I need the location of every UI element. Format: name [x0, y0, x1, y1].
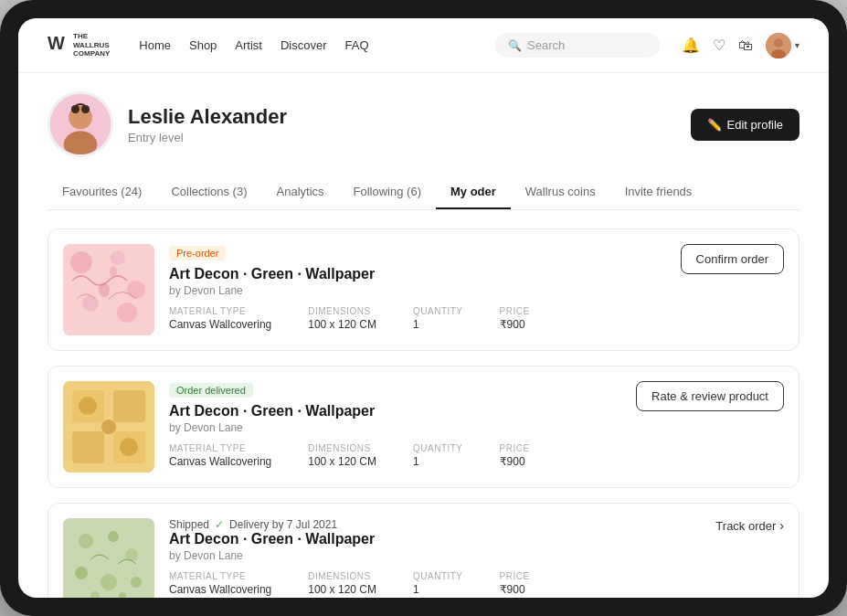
- spec-material-label-2: MATERIAL TYPE: [169, 443, 271, 453]
- order-details-1: Pre-order Art Decon · Green · Wallpaper …: [169, 244, 666, 331]
- tablet-frame: W THEWALLRUSCOMPANY Home Shop Artist Dis…: [0, 0, 847, 616]
- pattern-pink: [63, 244, 154, 335]
- order-title-1: Art Decon · Green · Wallpaper: [169, 266, 666, 282]
- main-content: Leslie Alexander Entry level ✏️ Edit pro…: [18, 73, 829, 598]
- pattern-gold: [63, 381, 154, 473]
- spec-quantity-value-3: 1: [413, 583, 463, 596]
- spec-price-value-3: ₹900: [500, 583, 530, 596]
- tab-invite[interactable]: Invite friends: [610, 175, 707, 209]
- user-menu[interactable]: ▾: [766, 33, 799, 58]
- rate-review-button[interactable]: Rate & review product: [636, 381, 784, 411]
- svg-point-26: [79, 534, 93, 548]
- edit-icon: ✏️: [707, 118, 722, 132]
- spec-price-label-1: PRICE: [500, 306, 530, 316]
- spec-quantity-1: QUANTITY 1: [413, 306, 463, 331]
- spec-quantity-label-2: QUANTITY: [413, 443, 463, 453]
- order-details-3: Shipped ✓ Delivery by 7 Jul 2021 Art Dec…: [169, 518, 701, 596]
- notification-icon[interactable]: 🔔: [682, 37, 700, 54]
- order-image-1: [63, 244, 154, 335]
- logo[interactable]: W THEWALLRUSCOMPANY: [48, 32, 110, 58]
- tab-following[interactable]: Following (6): [339, 175, 436, 209]
- order-action-3: Track order ›: [715, 518, 784, 533]
- spec-price-label-2: PRICE: [500, 443, 530, 453]
- spec-quantity-label-1: QUANTITY: [413, 306, 463, 316]
- edit-profile-button[interactable]: ✏️ Edit profile: [691, 109, 799, 141]
- chevron-right-icon: ›: [779, 518, 784, 533]
- nav-faq[interactable]: FAQ: [345, 38, 369, 52]
- spec-dimensions-value-2: 100 x 120 CM: [308, 455, 376, 468]
- spec-dimensions-value-1: 100 x 120 CM: [308, 318, 376, 331]
- svg-point-30: [101, 574, 117, 590]
- delivery-label: Delivery by 7 Jul 2021: [229, 518, 337, 531]
- avatar: [766, 33, 791, 58]
- svg-point-12: [127, 281, 145, 299]
- spec-price-value-1: ₹900: [500, 318, 530, 331]
- svg-point-15: [99, 282, 110, 297]
- spec-dimensions-label-3: DIMENSIONS: [308, 571, 376, 581]
- wishlist-icon[interactable]: ♡: [713, 37, 725, 54]
- tab-favourites[interactable]: Favourites (24): [48, 175, 156, 209]
- svg-point-16: [110, 266, 117, 277]
- spec-quantity-2: QUANTITY 1: [413, 443, 463, 468]
- spec-material-value-1: Canvas Wallcovering: [169, 318, 271, 331]
- chevron-down-icon: ▾: [795, 40, 799, 50]
- spec-dimensions-value-3: 100 x 120 CM: [308, 583, 376, 596]
- svg-point-14: [117, 303, 137, 323]
- spec-material-2: MATERIAL TYPE Canvas Wallcovering: [169, 443, 271, 468]
- svg-rect-19: [113, 390, 145, 422]
- nav-home[interactable]: Home: [139, 38, 171, 52]
- svg-point-24: [101, 420, 116, 434]
- spec-material-label-1: MATERIAL TYPE: [169, 306, 271, 316]
- track-order-button[interactable]: Track order ›: [715, 518, 784, 533]
- search-icon: 🔍: [508, 39, 522, 52]
- tab-collections[interactable]: Collections (3): [156, 175, 261, 209]
- search-input[interactable]: Search: [527, 38, 565, 52]
- spec-dimensions-label-1: DIMENSIONS: [308, 306, 376, 316]
- spec-material-label-3: MATERIAL TYPE: [169, 571, 271, 581]
- order-card-2: Order delivered Art Decon · Green · Wall…: [48, 366, 799, 488]
- tab-wallrus-coins[interactable]: Wallrus coins: [511, 175, 610, 209]
- nav-shop[interactable]: Shop: [189, 38, 217, 52]
- svg-point-22: [79, 397, 97, 415]
- pattern-green: [63, 518, 154, 598]
- spec-dimensions-label-2: DIMENSIONS: [308, 443, 376, 453]
- svg-point-2: [774, 38, 783, 48]
- order-badge-1: Pre-order: [169, 246, 226, 260]
- order-image-2: [63, 381, 154, 473]
- confirm-order-button[interactable]: Confirm order: [681, 244, 784, 274]
- svg-text:W: W: [48, 33, 65, 53]
- order-image-3: [63, 518, 154, 598]
- spec-price-1: PRICE ₹900: [500, 306, 530, 331]
- order-author-2: by Devon Lane: [169, 421, 621, 434]
- tab-analytics[interactable]: Analytics: [262, 175, 339, 209]
- nav-icons: 🔔 ♡ 🛍 ▾: [682, 33, 799, 58]
- order-badge-2: Order delivered: [169, 383, 253, 398]
- order-card-1: Pre-order Art Decon · Green · Wallpaper …: [48, 228, 799, 351]
- spec-dimensions-2: DIMENSIONS 100 x 120 CM: [308, 443, 376, 468]
- spec-quantity-value-2: 1: [413, 455, 463, 468]
- search-bar[interactable]: 🔍 Search: [495, 33, 660, 58]
- spec-price-3: PRICE ₹900: [500, 571, 530, 596]
- logo-w: W: [48, 33, 68, 58]
- svg-point-27: [108, 531, 119, 542]
- svg-point-23: [120, 438, 138, 456]
- profile-name: Leslie Alexander: [128, 105, 287, 129]
- cart-icon[interactable]: 🛍: [738, 37, 753, 54]
- profile-section: Leslie Alexander Entry level ✏️ Edit pro…: [48, 91, 799, 157]
- nav-discover[interactable]: Discover: [281, 38, 327, 52]
- order-action-2: Rate & review product: [636, 381, 784, 411]
- order-card-3: Shipped ✓ Delivery by 7 Jul 2021 Art Dec…: [48, 503, 799, 598]
- svg-point-11: [111, 250, 125, 265]
- order-title-2: Art Decon · Green · Wallpaper: [169, 403, 621, 420]
- shipped-label: Shipped: [169, 518, 209, 531]
- tab-myoder[interactable]: My oder: [436, 175, 511, 209]
- svg-point-10: [70, 251, 92, 273]
- edit-profile-label: Edit profile: [727, 118, 783, 132]
- spec-price-label-3: PRICE: [500, 571, 530, 581]
- spec-quantity-3: QUANTITY 1: [413, 571, 463, 596]
- tabs-bar: Favourites (24) Collections (3) Analytic…: [48, 175, 799, 210]
- nav-artist[interactable]: Artist: [235, 38, 262, 52]
- profile-avatar: [48, 91, 113, 157]
- spec-dimensions-1: DIMENSIONS 100 x 120 CM: [308, 306, 376, 331]
- spec-price-value-2: ₹900: [500, 455, 530, 468]
